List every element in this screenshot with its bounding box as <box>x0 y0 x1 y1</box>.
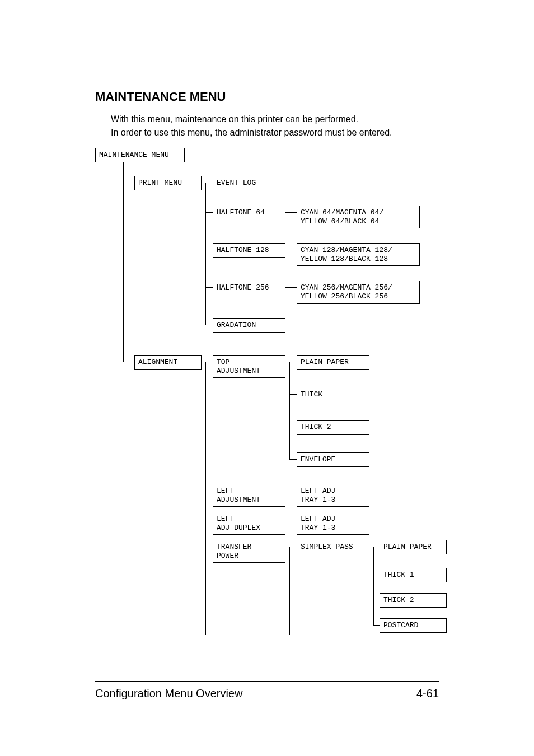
node-halftone-64: HALFTONE 64 <box>213 206 285 220</box>
node-halftone-256: HALFTONE 256 <box>213 281 285 295</box>
node-simplex-thick2: THICK 2 <box>380 593 447 608</box>
node-top-adjustment: TOP ADJUSTMENT <box>213 355 285 378</box>
node-halftone-64-detail: CYAN 64/MAGENTA 64/ YELLOW 64/BLACK 64 <box>297 206 420 228</box>
page-footer: Configuration Menu Overview 4-61 <box>95 681 439 700</box>
node-transfer-power: TRANSFER POWER <box>213 540 285 563</box>
node-simplex-pass: SIMPLEX PASS <box>297 540 369 554</box>
section-heading: MAINTENANCE MENU <box>95 90 439 104</box>
footer-title: Configuration Menu Overview <box>95 687 242 700</box>
intro-text: With this menu, maintenance on this prin… <box>95 114 439 138</box>
node-left-adjustment: LEFT ADJUSTMENT <box>213 484 285 507</box>
menu-tree-diagram: MAINTENANCE MENU PRINT MENU ALIGNMENT EV… <box>95 148 442 613</box>
node-left-adj-tray: LEFT ADJ TRAY 1-3 <box>297 484 369 507</box>
node-root: MAINTENANCE MENU <box>95 148 185 162</box>
node-print-menu: PRINT MENU <box>134 176 202 190</box>
node-simplex-postcard: POSTCARD <box>380 618 447 633</box>
node-halftone-128-detail: CYAN 128/MAGENTA 128/ YELLOW 128/BLACK 1… <box>297 243 420 266</box>
node-envelope: ENVELOPE <box>297 452 369 467</box>
footer-page-number: 4-61 <box>416 687 439 700</box>
intro-line-2: In order to use this menu, the administr… <box>111 128 439 138</box>
node-left-adj-duplex: LEFT ADJ DUPLEX <box>213 512 285 535</box>
node-gradation: GRADATION <box>213 318 285 333</box>
node-left-adj-duplex-tray: LEFT ADJ TRAY 1-3 <box>297 512 369 535</box>
node-thick: THICK <box>297 388 369 402</box>
intro-line-1: With this menu, maintenance on this prin… <box>111 114 439 124</box>
node-halftone-256-detail: CYAN 256/MAGENTA 256/ YELLOW 256/BLACK 2… <box>297 281 420 304</box>
node-plain-paper: PLAIN PAPER <box>297 355 369 370</box>
node-simplex-plain: PLAIN PAPER <box>380 540 447 554</box>
node-alignment: ALIGNMENT <box>134 355 202 370</box>
node-halftone-128: HALFTONE 128 <box>213 243 285 258</box>
node-event-log: EVENT LOG <box>213 176 285 190</box>
node-thick-2: THICK 2 <box>297 420 369 435</box>
node-simplex-thick1: THICK 1 <box>380 568 447 582</box>
